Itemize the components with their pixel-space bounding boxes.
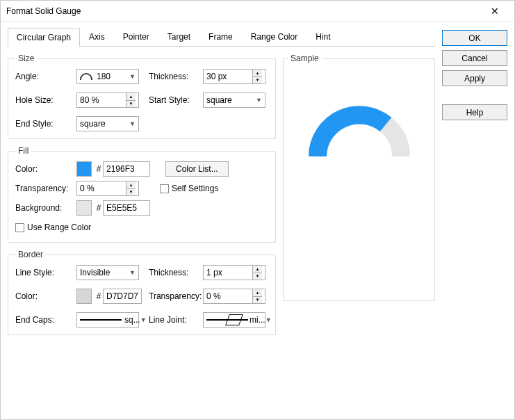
startstyle-value: square — [206, 95, 232, 105]
hash-symbol: # — [95, 203, 103, 213]
border-color-hex-input[interactable]: D7D7D7 — [103, 289, 142, 304]
endcaps-value: sq... — [124, 315, 140, 325]
help-button[interactable]: Help — [442, 104, 507, 120]
spin-up-icon[interactable]: ▲ — [253, 70, 262, 77]
fill-background-swatch[interactable] — [76, 200, 92, 216]
sample-legend: Sample — [288, 54, 322, 63]
thickness-value: 30 px — [206, 72, 252, 81]
apply-button[interactable]: Apply — [442, 70, 507, 86]
spin-down-icon[interactable]: ▼ — [126, 189, 136, 196]
tab-range-color[interactable]: Range Color — [242, 27, 306, 46]
thickness-label: Thickness: — [149, 72, 203, 81]
linejoint-label: Line Joint: — [149, 315, 203, 325]
endcaps-combo[interactable]: sq... ▼ — [76, 312, 139, 328]
holesize-value: 80 % — [80, 95, 126, 105]
chevron-down-icon: ▼ — [140, 316, 147, 323]
size-group: Size Angle: 180 ▼ — [8, 54, 276, 139]
spin-up-icon[interactable]: ▲ — [126, 181, 136, 189]
spin-down-icon[interactable]: ▼ — [126, 101, 136, 108]
spin-up-icon[interactable]: ▲ — [126, 93, 136, 101]
tab-hint[interactable]: Hint — [306, 27, 339, 46]
endstyle-combo[interactable]: square ▼ — [76, 116, 139, 131]
fill-transparency-label: Transparency: — [15, 184, 76, 193]
main-row: Size Angle: 180 ▼ — [8, 54, 435, 342]
linestyle-combo[interactable]: Invisible ▼ — [76, 265, 139, 280]
border-group: Border Line Style: Invisible ▼ — [8, 250, 276, 335]
tab-pointer[interactable]: Pointer — [114, 27, 158, 46]
use-range-color-label: Use Range Color — [27, 223, 91, 232]
endstyle-label: End Style: — [15, 119, 76, 129]
panels-column: Size Angle: 180 ▼ — [8, 54, 276, 342]
border-transparency-value: 0 % — [206, 291, 252, 301]
content-area: Circular Graph Axis Pointer Target Frame… — [1, 22, 514, 419]
holesize-spinner[interactable]: 80 % ▲▼ — [76, 92, 139, 108]
fill-color-swatch[interactable] — [76, 161, 92, 177]
tab-circular-graph[interactable]: Circular Graph — [8, 28, 80, 47]
sample-column: Sample — [283, 54, 435, 342]
fill-background-label: Background: — [15, 203, 76, 213]
linejoint-combo[interactable]: mi... ▼ — [203, 312, 265, 328]
ok-button[interactable]: OK — [442, 30, 507, 46]
fill-color-label: Color: — [15, 164, 76, 174]
sample-group: Sample — [283, 54, 435, 301]
hash-symbol: # — [95, 291, 103, 301]
titlebar: Format Solid Gauge ✕ — [1, 1, 514, 22]
endstyle-value: square — [80, 119, 106, 129]
ok-label: OK — [468, 33, 480, 43]
dialog-window: Format Solid Gauge ✕ Circular Graph Axis… — [0, 0, 515, 420]
fill-color-hex: 2196F3 — [106, 164, 135, 174]
color-list-button[interactable]: Color List... — [165, 161, 229, 177]
arc-icon — [80, 73, 92, 80]
button-column: OK Cancel Apply Help — [442, 27, 507, 414]
fill-color-hex-input[interactable]: 2196F3 — [103, 161, 150, 177]
spin-down-icon[interactable]: ▼ — [253, 297, 262, 304]
linestyle-value: Invisible — [80, 268, 110, 277]
holesize-label: Hole Size: — [15, 95, 76, 105]
linestyle-label: Line Style: — [15, 268, 76, 277]
color-list-label: Color List... — [176, 164, 218, 174]
border-transparency-spinner[interactable]: 0 % ▲▼ — [203, 289, 265, 304]
border-thickness-label: Thickness: — [149, 268, 203, 277]
use-range-color-checkbox[interactable] — [15, 223, 24, 232]
fill-background-hex: E5E5E5 — [106, 203, 137, 213]
angle-value: 180 — [97, 72, 111, 81]
self-settings-checkbox[interactable] — [160, 184, 169, 193]
fill-transparency-spinner[interactable]: 0 % ▲▼ — [76, 181, 139, 196]
gauge-icon — [304, 101, 415, 163]
close-icon[interactable]: ✕ — [481, 6, 509, 17]
tab-axis[interactable]: Axis — [80, 27, 114, 46]
help-label: Help — [466, 108, 484, 118]
spin-down-icon[interactable]: ▼ — [253, 273, 262, 280]
angle-combo[interactable]: 180 ▼ — [76, 69, 139, 84]
startstyle-label: Start Style: — [149, 95, 203, 105]
fill-background-hex-input[interactable]: E5E5E5 — [103, 200, 150, 216]
border-color-hex: D7D7D7 — [106, 291, 138, 301]
endcap-icon — [80, 319, 122, 321]
hash-symbol: # — [95, 164, 103, 174]
tab-frame[interactable]: Frame — [199, 27, 242, 46]
startstyle-combo[interactable]: square ▼ — [203, 92, 265, 108]
cancel-label: Cancel — [461, 54, 487, 63]
border-thickness-value: 1 px — [206, 268, 252, 277]
border-thickness-spinner[interactable]: 1 px ▲▼ — [203, 265, 265, 280]
border-color-swatch[interactable] — [76, 289, 92, 304]
self-settings-label: Self Settings — [172, 184, 218, 193]
linejoint-icon — [206, 316, 248, 324]
gauge-preview — [288, 66, 430, 163]
tab-target[interactable]: Target — [158, 27, 199, 46]
fill-transparency-value: 0 % — [80, 184, 126, 193]
angle-label: Angle: — [15, 72, 76, 81]
fill-group: Fill Color: # 2196F3 Color List... Trans… — [8, 146, 276, 243]
left-column: Circular Graph Axis Pointer Target Frame… — [8, 27, 435, 414]
tab-strip: Circular Graph Axis Pointer Target Frame… — [8, 27, 435, 47]
apply-label: Apply — [464, 74, 485, 83]
border-legend: Border — [15, 250, 46, 259]
endcaps-label: End Caps: — [15, 315, 76, 325]
spin-down-icon[interactable]: ▼ — [253, 77, 262, 84]
spin-up-icon[interactable]: ▲ — [253, 289, 262, 297]
chevron-down-icon: ▼ — [129, 73, 136, 80]
thickness-spinner[interactable]: 30 px ▲▼ — [203, 69, 265, 84]
cancel-button[interactable]: Cancel — [442, 50, 507, 66]
spin-up-icon[interactable]: ▲ — [253, 266, 262, 273]
linejoint-value: mi... — [250, 315, 265, 325]
